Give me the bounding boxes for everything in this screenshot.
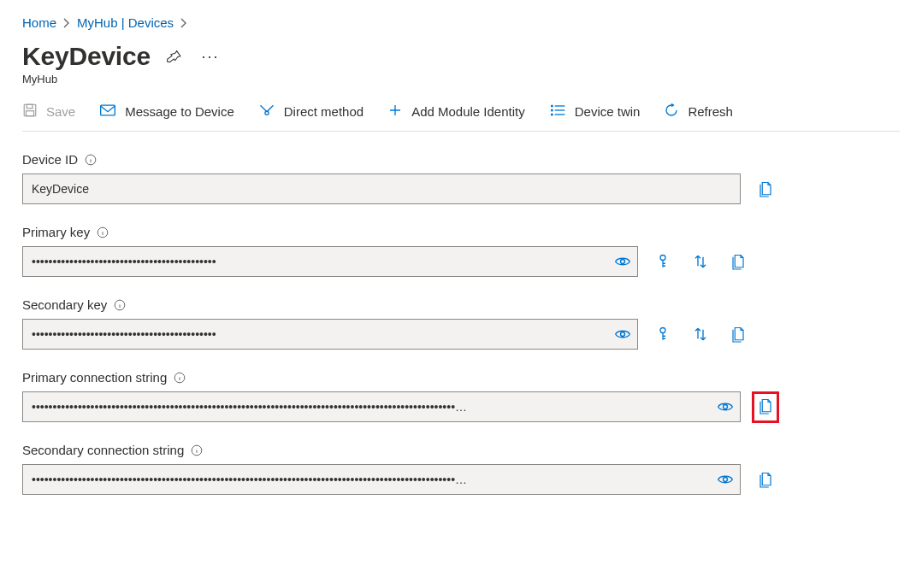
pin-icon[interactable] [163,44,186,68]
svg-point-4 [265,111,269,115]
direct-method-label: Direct method [284,104,363,119]
info-icon[interactable] [174,372,186,384]
show-secondary-key-button[interactable] [614,327,631,341]
save-icon [22,103,38,121]
primary-key-input[interactable] [22,246,638,277]
secondary-key-label: Secondary key [22,297,107,312]
show-primary-key-button[interactable] [614,255,631,268]
secondary-connection-string-field: Secondary connection string [22,443,900,495]
secondary-key-field: Secondary key [22,297,900,350]
message-label: Message to Device [125,104,234,119]
copy-device-id-button[interactable] [758,180,773,197]
page-subtitle: MyHub [22,73,900,85]
svg-point-6 [551,109,553,111]
primary-conn-input[interactable] [22,391,741,422]
add-module-label: Add Module Identity [411,104,525,119]
breadcrumb-hub-devices[interactable]: MyHub | Devices [77,15,174,30]
regenerate-secondary-key-button[interactable] [655,326,671,343]
primary-connection-string-field: Primary connection string [22,370,900,422]
info-icon[interactable] [85,154,97,166]
secondary-conn-label: Secondary connection string [22,443,184,457]
chevron-right-icon [180,18,187,28]
device-twin-label: Device twin [575,104,641,119]
save-button: Save [22,103,75,121]
info-icon[interactable] [191,444,203,456]
info-icon[interactable] [97,226,109,238]
device-id-label: Device ID [22,152,78,167]
show-primary-conn-button[interactable] [717,400,734,414]
refresh-label: Refresh [688,104,733,119]
copy-primary-conn-button[interactable] [758,397,773,415]
swap-keys-button[interactable] [693,253,708,270]
more-icon[interactable]: ··· [198,44,222,68]
svg-rect-1 [27,104,33,109]
svg-rect-3 [101,105,115,115]
svg-point-14 [660,328,665,333]
svg-rect-2 [27,111,34,116]
svg-point-13 [621,332,625,337]
secondary-conn-input[interactable] [22,464,741,495]
direct-method-button[interactable]: Direct method [258,103,363,121]
regenerate-primary-key-button[interactable] [655,253,671,270]
refresh-button[interactable]: Refresh [664,103,733,121]
add-module-button[interactable]: Add Module Identity [387,103,525,121]
highlight-callout [752,391,779,423]
info-icon[interactable] [114,299,126,311]
list-icon [549,103,566,121]
toolbar: Save Message to Device Direct method [22,103,900,132]
show-secondary-conn-button[interactable] [717,473,734,486]
page-title: KeyDevice [22,42,151,71]
breadcrumb-home[interactable]: Home [22,15,56,30]
primary-conn-label: Primary connection string [22,370,167,385]
svg-point-16 [724,405,728,409]
refresh-icon [664,103,679,121]
envelope-icon [99,103,116,121]
svg-point-5 [551,105,553,107]
plus-icon [387,103,403,121]
primary-key-label: Primary key [22,225,90,239]
copy-primary-key-button[interactable] [730,253,746,270]
device-id-input[interactable] [22,173,741,204]
svg-point-18 [724,478,728,482]
svg-point-7 [551,114,553,115]
swap-keys-button[interactable] [693,326,708,343]
copy-secondary-key-button[interactable] [730,326,746,343]
copy-secondary-conn-button[interactable] [758,471,773,488]
secondary-key-input[interactable] [22,319,638,350]
direct-method-icon [258,103,275,121]
primary-key-field: Primary key [22,225,900,277]
device-id-field: Device ID [22,152,900,204]
chevron-right-icon [63,18,70,28]
device-twin-button[interactable]: Device twin [549,103,641,121]
svg-point-10 [621,260,625,264]
svg-point-11 [660,256,665,261]
breadcrumb: Home MyHub | Devices [22,15,900,30]
message-to-device-button[interactable]: Message to Device [99,103,234,121]
save-label: Save [46,104,75,119]
